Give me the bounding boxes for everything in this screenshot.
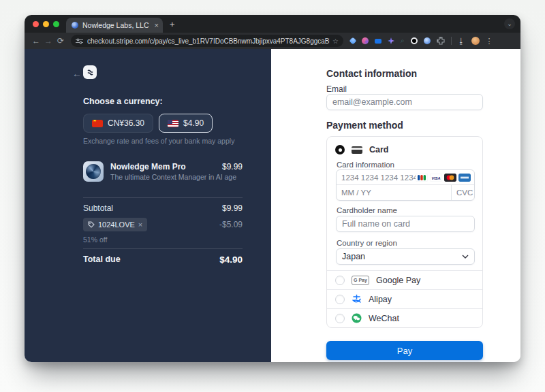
card-option-label: Card [369, 145, 388, 154]
extension-card-icon[interactable] [375, 39, 382, 44]
wechat-radio[interactable] [335, 314, 345, 323]
exchange-rate-note: Exchange rate and fees of your bank may … [83, 137, 243, 145]
amex-icon [458, 174, 471, 182]
toolbar-divider [451, 37, 452, 45]
us-flag-icon [168, 120, 178, 127]
tab-search-chevron-icon[interactable]: ⌄ [504, 18, 515, 29]
card-information-label: Card information [337, 161, 394, 169]
extension-ring-icon[interactable] [411, 37, 418, 44]
subtotal-row: Subtotal $9.99 [83, 203, 243, 213]
jcb-icon [416, 174, 428, 182]
minimize-window-button[interactable] [43, 21, 49, 27]
coupon-row: 1024LOVE × -$5.09 [83, 218, 243, 231]
email-input[interactable] [326, 94, 483, 110]
tab-strip: Nowledge Labs, LLC × + ⌄ [25, 15, 520, 33]
visa-icon: VISA [430, 174, 442, 182]
browser-toolbar: ← → ⟳ checkout.stripe.com/c/pay/cs_live_… [25, 33, 520, 49]
google-pay-label: Google Pay [376, 276, 420, 285]
wechat-option[interactable]: WeChat [327, 308, 482, 327]
card-radio-selected[interactable] [335, 145, 345, 154]
payment-form-panel: Contact information Email Payment method… [271, 49, 520, 362]
tab-title: Nowledge Labs, LLC [82, 21, 152, 29]
card-icon [352, 146, 362, 154]
expiry-input[interactable] [337, 186, 451, 199]
subtotal-label: Subtotal [83, 203, 113, 213]
browser-window: Nowledge Labs, LLC × + ⌄ ← → ⟳ checkout.… [25, 15, 520, 362]
coupon-discount: -$5.09 [219, 220, 243, 229]
summary-divider [83, 197, 243, 198]
country-select[interactable]: Japan [336, 248, 475, 265]
back-button[interactable]: ← [30, 36, 42, 46]
currency-heading: Choose a currency: [83, 97, 243, 106]
china-flag-icon [92, 120, 103, 127]
contact-heading: Contact information [326, 68, 483, 79]
wallet-options: G Pay Google Pay [327, 270, 482, 327]
order-summary-panel: ← Choose a currency: CN¥36.30 $4.90 Exch… [25, 49, 271, 362]
currency-option-cny[interactable]: CN¥36.30 [83, 114, 153, 133]
cvc-input[interactable] [452, 186, 520, 199]
country-label: Country or region [337, 239, 397, 247]
extension-gem-icon[interactable] [349, 37, 356, 44]
chevron-down-icon [462, 255, 469, 259]
alipay-icon [352, 294, 362, 304]
wechat-icon [352, 313, 362, 323]
close-window-button[interactable] [33, 21, 39, 27]
mastercard-icon [444, 174, 456, 182]
payment-method-heading: Payment method [326, 120, 483, 131]
url-text: checkout.stripe.com/c/pay/cs_live_b1RV7I… [87, 37, 330, 45]
product-price: $9.99 [222, 162, 243, 172]
bookmark-star-icon[interactable]: ☆ [332, 37, 339, 45]
window-controls [33, 21, 59, 27]
checkout-page: ← Choose a currency: CN¥36.30 $4.90 Exch… [25, 49, 520, 362]
tab-close-icon[interactable]: × [155, 21, 159, 29]
downloads-icon[interactable]: ⭳ [458, 37, 465, 45]
reload-button[interactable]: ⟳ [54, 36, 67, 46]
extension-globe-icon[interactable] [424, 37, 431, 44]
forward-button[interactable]: → [42, 36, 54, 46]
currency-usd-label: $4.90 [183, 118, 204, 128]
cardholder-label: Cardholder name [337, 206, 397, 214]
card-brand-icons: VISA [416, 174, 471, 182]
currency-option-usd[interactable]: $4.90 [159, 114, 213, 133]
google-pay-option[interactable]: G Pay Google Pay [327, 270, 482, 289]
total-due-label: Total due [83, 255, 121, 265]
tag-icon [88, 221, 95, 228]
country-value: Japan [342, 252, 365, 261]
extension-search-icon[interactable]: ⌕ [401, 37, 405, 45]
profile-avatar[interactable] [471, 37, 480, 45]
product-icon [83, 161, 104, 182]
currency-cny-label: CN¥36.30 [108, 118, 144, 128]
site-settings-icon[interactable] [76, 38, 83, 44]
extension-spark-icon[interactable] [388, 37, 394, 44]
total-row: Total due $4.90 [83, 255, 243, 265]
product-name: Nowledge Mem Pro [110, 162, 186, 172]
back-to-merchant-button[interactable]: ← [72, 68, 82, 79]
browser-menu-icon[interactable]: ⋮ [486, 37, 493, 46]
subtotal-value: $9.99 [222, 203, 243, 213]
svg-text:VISA: VISA [431, 176, 440, 180]
merchant-logo [83, 65, 97, 79]
extensions-puzzle-icon[interactable] [437, 37, 445, 45]
extension-swirl-icon[interactable] [362, 37, 369, 44]
payment-method-box: Card Card information [326, 136, 483, 328]
alipay-option[interactable]: Alipay [327, 289, 482, 308]
remove-coupon-icon[interactable]: × [138, 220, 142, 229]
card-fields-group: VISA [336, 169, 475, 201]
maximize-window-button[interactable] [53, 21, 59, 27]
address-bar[interactable]: checkout.stripe.com/c/pay/cs_live_b1RV7I… [71, 35, 343, 47]
currency-options: CN¥36.30 $4.90 [83, 114, 213, 133]
alipay-radio[interactable] [335, 295, 345, 304]
pay-button[interactable]: Pay [326, 341, 483, 360]
new-tab-button[interactable]: + [170, 19, 175, 29]
tab-favicon-icon [72, 22, 78, 29]
wechat-label: WeChat [369, 314, 399, 323]
card-method-option[interactable]: Card [335, 145, 388, 154]
product-description: The ultimate Context Manager in AI age [110, 173, 236, 181]
cardholder-input[interactable] [336, 216, 475, 232]
alipay-label: Alipay [369, 295, 392, 304]
coupon-percent-note: 51% off [83, 235, 107, 244]
browser-tab[interactable]: Nowledge Labs, LLC × [66, 18, 163, 33]
email-label: Email [326, 84, 483, 94]
coupon-chip: 1024LOVE × [83, 218, 147, 231]
google-pay-radio[interactable] [335, 276, 345, 285]
